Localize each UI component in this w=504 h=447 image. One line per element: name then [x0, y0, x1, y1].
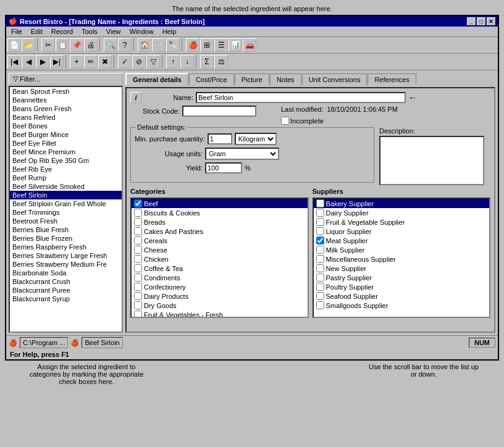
ingredient-item[interactable]: Beef Burger Mince [10, 130, 122, 139]
tab-unit-conversions[interactable]: Unit Conversions [302, 73, 368, 85]
category-item[interactable]: Cheese [132, 245, 308, 254]
knife-btn[interactable]: 🔪 [166, 38, 180, 52]
list-btn[interactable]: ☰ [214, 38, 228, 52]
nav-prev[interactable]: ◀ [22, 55, 35, 69]
ingredient-item[interactable]: Beef Rib Eye [10, 165, 122, 173]
ingredient-item[interactable]: Beans Refried [10, 113, 122, 122]
category-checkbox[interactable] [134, 218, 142, 226]
ingredient-item[interactable]: Berries Strawberry Large Fresh [10, 251, 122, 260]
close-btn[interactable]: ✕ [487, 17, 495, 25]
category-item[interactable]: Condiments [132, 273, 308, 282]
menu-file[interactable]: File [7, 27, 26, 36]
supplier-item[interactable]: Miscellaneous Supplier [314, 254, 490, 264]
tab-references[interactable]: References [368, 73, 416, 85]
ingredient-item[interactable]: Blackcurrant Puree [10, 286, 122, 295]
ingredient-item[interactable]: Bean Sprout Fresh [10, 87, 122, 96]
supplier-item[interactable]: Milk Supplier [314, 245, 490, 254]
minimize-btn[interactable]: _ [467, 17, 476, 25]
supplier-item[interactable]: New Supplier [314, 264, 490, 273]
home-btn[interactable]: 🏠 [138, 38, 151, 52]
category-item[interactable]: Breads [132, 217, 308, 227]
category-checkbox[interactable] [134, 274, 142, 282]
category-checkbox[interactable] [134, 227, 142, 235]
supplier-item[interactable]: Dairy Supplier [314, 208, 490, 217]
supplier-item[interactable]: Seafood Supplier [314, 291, 490, 301]
supplier-item[interactable]: Meat Supplier [314, 236, 490, 245]
category-item[interactable]: Fruit & Vegetables - Fresh [132, 310, 308, 318]
tab-general-details[interactable]: General details [125, 73, 188, 85]
ingredient-item[interactable]: Beef Sirloin [10, 191, 122, 199]
category-checkbox[interactable] [134, 199, 142, 207]
category-checkbox[interactable] [134, 264, 142, 272]
menu-tools[interactable]: Tools [78, 27, 101, 36]
supplier-item[interactable]: Fruit & Vegetable Supplier [314, 217, 490, 227]
min-purchase-unit-select[interactable]: Kilogram Gram Litre [235, 133, 277, 145]
supplier-checkbox[interactable] [316, 255, 324, 263]
copy-btn[interactable]: 📋 [56, 38, 69, 52]
supplier-checkbox[interactable] [316, 292, 324, 300]
yield-input[interactable] [205, 162, 242, 173]
ingredient-item[interactable]: Beef Op Rib Eye 350 Gm [10, 156, 122, 165]
category-item[interactable]: Cereals [132, 236, 308, 245]
category-item[interactable]: Dry Goods [132, 301, 308, 310]
category-item[interactable]: Coffee & Tea [132, 264, 308, 273]
report-btn[interactable]: 📊 [229, 38, 242, 52]
tab-notes[interactable]: Notes [270, 73, 301, 85]
nav-sort-desc[interactable]: ↓ [180, 55, 194, 69]
paste-btn[interactable]: 📌 [70, 38, 83, 52]
help-btn[interactable]: ? [118, 38, 132, 52]
nav-scale[interactable]: ⚖ [214, 55, 228, 69]
ingredient-item[interactable]: Beef Rump [10, 173, 122, 182]
supplier-checkbox[interactable] [316, 264, 324, 272]
find-btn[interactable]: 🔍 [104, 38, 117, 52]
supplier-checkbox[interactable] [316, 199, 324, 207]
category-checkbox[interactable] [134, 209, 142, 217]
supplier-checkbox[interactable] [316, 283, 324, 291]
suppliers-list[interactable]: Bakery SupplierDairy SupplierFruit & Veg… [313, 198, 491, 318]
open-btn[interactable]: 📂 [22, 38, 35, 52]
min-purchase-input[interactable] [208, 133, 232, 144]
print-btn[interactable]: 🖨 [84, 38, 98, 52]
menu-help[interactable]: Help [159, 27, 180, 36]
nav-sum[interactable]: Σ [200, 55, 214, 69]
category-checkbox[interactable] [134, 292, 142, 300]
nav-check[interactable]: ✓ [118, 55, 132, 69]
incomplete-checkbox[interactable] [281, 117, 289, 125]
maximize-btn[interactable]: □ [477, 17, 485, 25]
nav-filter[interactable]: ▽ [146, 55, 160, 69]
supplier-checkbox[interactable] [316, 301, 324, 309]
description-textarea[interactable] [379, 136, 484, 185]
category-checkbox[interactable] [134, 283, 142, 291]
category-checkbox[interactable] [134, 246, 142, 254]
menu-window[interactable]: Window [126, 27, 158, 36]
nav-delete[interactable]: ✖ [98, 55, 112, 69]
tab-picture[interactable]: Picture [235, 73, 269, 85]
ingredient-item[interactable]: Beannettes [10, 96, 122, 104]
ingredient-item[interactable]: Beef Mince Premium [10, 148, 122, 156]
supplier-item[interactable]: Bakery Supplier [314, 199, 490, 208]
cut-btn[interactable]: ✂ [41, 38, 55, 52]
nav-add[interactable]: + [70, 55, 83, 69]
supplier-item[interactable]: Smallgoods Supplier [314, 301, 490, 310]
grid-btn[interactable]: ⊞ [200, 38, 214, 52]
apple-btn[interactable]: 🍎 [186, 38, 200, 52]
ingredient-item[interactable]: Blackcurrant Crush [10, 277, 122, 286]
nav-next[interactable]: ▶ [36, 55, 49, 69]
tab-cost-price[interactable]: Cost/Price [189, 73, 234, 85]
ingredient-item[interactable]: Beef Silverside Smoked [10, 182, 122, 191]
ingredient-item[interactable]: Beef Trimmings [10, 208, 122, 217]
category-item[interactable]: Dairy Products [132, 291, 308, 301]
usage-units-select[interactable]: Gram Kilogram [205, 148, 279, 160]
category-checkbox[interactable] [134, 311, 142, 318]
category-item[interactable]: Confectionery [132, 282, 308, 291]
supplier-checkbox[interactable] [316, 227, 324, 235]
fork-btn[interactable]: 🍴 [152, 38, 166, 52]
category-item[interactable]: Beef [132, 199, 308, 208]
supplier-item[interactable]: Liquor Supplier [314, 227, 490, 236]
info-icon[interactable]: i [130, 92, 141, 103]
ingredient-item[interactable]: Beef Striploin Grain Fed Whole [10, 199, 122, 208]
ingredient-list[interactable]: Bean Sprout FreshBeannettesBeans Green F… [9, 86, 123, 333]
category-checkbox[interactable] [134, 301, 142, 309]
category-item[interactable]: Chicken [132, 254, 308, 264]
nav-sort-asc[interactable]: ↑ [166, 55, 180, 69]
